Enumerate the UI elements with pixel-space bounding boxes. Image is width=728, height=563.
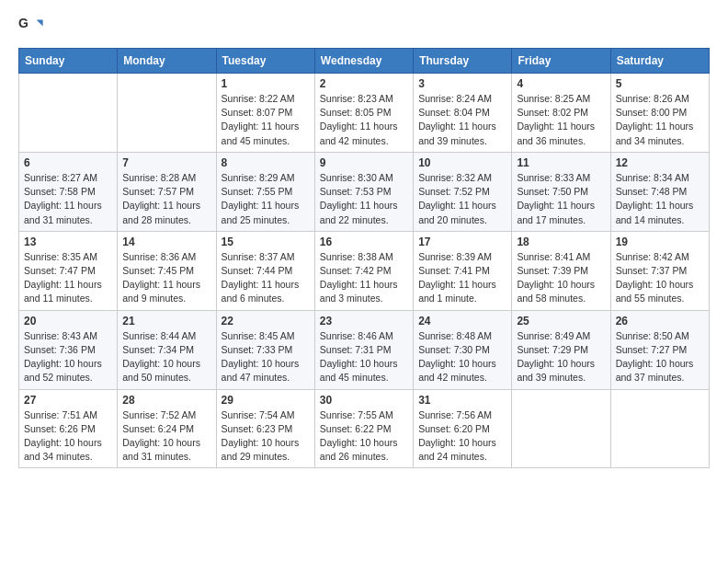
calendar-cell — [610, 389, 709, 468]
day-info: Sunrise: 7:56 AMSunset: 6:20 PMDaylight:… — [418, 408, 506, 465]
calendar-table: SundayMondayTuesdayWednesdayThursdayFrid… — [18, 48, 710, 468]
day-number: 12 — [616, 156, 704, 169]
day-number: 2 — [320, 77, 408, 90]
day-number: 14 — [122, 236, 210, 248]
weekday-header: Sunday — [19, 49, 118, 74]
svg-text:G: G — [18, 16, 28, 30]
calendar-cell: 19Sunrise: 8:42 AMSunset: 7:37 PMDayligh… — [610, 231, 709, 310]
day-info: Sunrise: 8:29 AMSunset: 7:55 PMDaylight:… — [222, 171, 310, 227]
day-number: 15 — [222, 236, 310, 248]
day-number: 13 — [24, 236, 112, 248]
calendar-cell: 15Sunrise: 8:37 AMSunset: 7:44 PMDayligh… — [216, 231, 314, 310]
day-number: 8 — [222, 156, 310, 169]
calendar-cell: 21Sunrise: 8:44 AMSunset: 7:34 PMDayligh… — [118, 310, 216, 389]
calendar-cell: 31Sunrise: 7:56 AMSunset: 6:20 PMDayligh… — [414, 389, 512, 468]
day-info: Sunrise: 8:22 AMSunset: 8:07 PMDaylight:… — [222, 92, 310, 148]
calendar-cell: 7Sunrise: 8:28 AMSunset: 7:57 PMDaylight… — [118, 152, 216, 231]
day-number: 1 — [222, 77, 310, 90]
day-number: 6 — [24, 156, 112, 169]
calendar-cell: 29Sunrise: 7:54 AMSunset: 6:23 PMDayligh… — [216, 389, 314, 468]
calendar-cell: 30Sunrise: 7:55 AMSunset: 6:22 PMDayligh… — [314, 389, 413, 468]
header: G — [18, 15, 710, 40]
calendar-cell: 10Sunrise: 8:32 AMSunset: 7:52 PMDayligh… — [414, 152, 512, 231]
calendar-cell: 11Sunrise: 8:33 AMSunset: 7:50 PMDayligh… — [512, 152, 610, 231]
logo-icon: G — [18, 15, 44, 40]
calendar-cell: 27Sunrise: 7:51 AMSunset: 6:26 PMDayligh… — [19, 389, 118, 468]
day-number: 23 — [320, 315, 408, 327]
calendar-cell: 2Sunrise: 8:23 AMSunset: 8:05 PMDaylight… — [314, 74, 413, 153]
day-info: Sunrise: 7:51 AMSunset: 6:26 PMDaylight:… — [24, 408, 112, 465]
calendar-cell: 6Sunrise: 8:27 AMSunset: 7:58 PMDaylight… — [19, 152, 118, 231]
calendar-cell: 1Sunrise: 8:22 AMSunset: 8:07 PMDaylight… — [216, 74, 314, 153]
calendar-cell — [118, 74, 216, 153]
day-number: 10 — [418, 156, 506, 169]
day-number: 3 — [418, 77, 506, 90]
calendar-week-row: 27Sunrise: 7:51 AMSunset: 6:26 PMDayligh… — [19, 389, 710, 468]
logo: G — [18, 15, 48, 40]
day-info: Sunrise: 7:55 AMSunset: 6:22 PMDaylight:… — [320, 408, 408, 465]
day-info: Sunrise: 8:27 AMSunset: 7:58 PMDaylight:… — [24, 171, 112, 227]
day-number: 30 — [320, 394, 408, 407]
day-info: Sunrise: 8:44 AMSunset: 7:34 PMDaylight:… — [122, 329, 210, 385]
day-number: 16 — [320, 236, 408, 248]
day-info: Sunrise: 8:24 AMSunset: 8:04 PMDaylight:… — [418, 92, 506, 148]
day-number: 28 — [122, 394, 210, 407]
calendar-week-row: 13Sunrise: 8:35 AMSunset: 7:47 PMDayligh… — [19, 231, 710, 310]
day-info: Sunrise: 8:39 AMSunset: 7:41 PMDaylight:… — [418, 250, 506, 306]
day-info: Sunrise: 8:38 AMSunset: 7:42 PMDaylight:… — [320, 250, 408, 306]
calendar-cell: 18Sunrise: 8:41 AMSunset: 7:39 PMDayligh… — [512, 231, 610, 310]
day-number: 5 — [616, 77, 704, 90]
calendar-week-row: 1Sunrise: 8:22 AMSunset: 8:07 PMDaylight… — [19, 74, 710, 153]
calendar-cell: 13Sunrise: 8:35 AMSunset: 7:47 PMDayligh… — [19, 231, 118, 310]
day-number: 4 — [517, 77, 605, 90]
day-info: Sunrise: 8:25 AMSunset: 8:02 PMDaylight:… — [517, 92, 605, 148]
day-number: 24 — [418, 315, 506, 327]
day-number: 9 — [320, 156, 408, 169]
day-number: 22 — [222, 315, 310, 327]
day-number: 25 — [517, 315, 605, 327]
calendar-cell: 16Sunrise: 8:38 AMSunset: 7:42 PMDayligh… — [314, 231, 413, 310]
calendar-cell: 20Sunrise: 8:43 AMSunset: 7:36 PMDayligh… — [19, 310, 118, 389]
calendar-cell: 22Sunrise: 8:45 AMSunset: 7:33 PMDayligh… — [216, 310, 314, 389]
day-info: Sunrise: 8:37 AMSunset: 7:44 PMDaylight:… — [222, 250, 310, 306]
weekday-header: Wednesday — [314, 49, 413, 74]
page-container: G SundayMondayTuesdayWednesdayThursdayFr… — [0, 0, 728, 477]
day-number: 11 — [517, 156, 605, 169]
weekday-header: Thursday — [414, 49, 512, 74]
calendar-cell: 23Sunrise: 8:46 AMSunset: 7:31 PMDayligh… — [314, 310, 413, 389]
calendar-cell: 3Sunrise: 8:24 AMSunset: 8:04 PMDaylight… — [414, 74, 512, 153]
calendar-cell — [512, 389, 610, 468]
day-info: Sunrise: 8:50 AMSunset: 7:27 PMDaylight:… — [616, 329, 704, 385]
calendar-cell: 12Sunrise: 8:34 AMSunset: 7:48 PMDayligh… — [610, 152, 709, 231]
day-info: Sunrise: 8:28 AMSunset: 7:57 PMDaylight:… — [122, 171, 210, 227]
day-info: Sunrise: 8:36 AMSunset: 7:45 PMDaylight:… — [122, 250, 210, 306]
day-info: Sunrise: 8:49 AMSunset: 7:29 PMDaylight:… — [517, 329, 605, 385]
day-number: 17 — [418, 236, 506, 248]
calendar-week-row: 20Sunrise: 8:43 AMSunset: 7:36 PMDayligh… — [19, 310, 710, 389]
day-number: 19 — [616, 236, 704, 248]
calendar-cell: 26Sunrise: 8:50 AMSunset: 7:27 PMDayligh… — [610, 310, 709, 389]
calendar-cell: 5Sunrise: 8:26 AMSunset: 8:00 PMDaylight… — [610, 74, 709, 153]
day-number: 26 — [616, 315, 704, 327]
day-info: Sunrise: 8:43 AMSunset: 7:36 PMDaylight:… — [24, 329, 112, 385]
day-number: 18 — [517, 236, 605, 248]
day-info: Sunrise: 8:48 AMSunset: 7:30 PMDaylight:… — [418, 329, 506, 385]
calendar-cell: 8Sunrise: 8:29 AMSunset: 7:55 PMDaylight… — [216, 152, 314, 231]
day-info: Sunrise: 8:33 AMSunset: 7:50 PMDaylight:… — [517, 171, 605, 227]
day-info: Sunrise: 8:42 AMSunset: 7:37 PMDaylight:… — [616, 250, 704, 306]
calendar-week-row: 6Sunrise: 8:27 AMSunset: 7:58 PMDaylight… — [19, 152, 710, 231]
calendar-cell: 28Sunrise: 7:52 AMSunset: 6:24 PMDayligh… — [118, 389, 216, 468]
day-info: Sunrise: 8:45 AMSunset: 7:33 PMDaylight:… — [222, 329, 310, 385]
day-number: 27 — [24, 394, 112, 407]
calendar-cell: 4Sunrise: 8:25 AMSunset: 8:02 PMDaylight… — [512, 74, 610, 153]
day-number: 29 — [222, 394, 310, 407]
calendar-cell: 17Sunrise: 8:39 AMSunset: 7:41 PMDayligh… — [414, 231, 512, 310]
weekday-header: Friday — [512, 49, 610, 74]
weekday-header: Monday — [118, 49, 216, 74]
day-number: 21 — [122, 315, 210, 327]
weekday-header-row: SundayMondayTuesdayWednesdayThursdayFrid… — [19, 49, 710, 74]
weekday-header: Tuesday — [216, 49, 314, 74]
day-info: Sunrise: 8:23 AMSunset: 8:05 PMDaylight:… — [320, 92, 408, 148]
day-number: 20 — [24, 315, 112, 327]
day-info: Sunrise: 7:54 AMSunset: 6:23 PMDaylight:… — [222, 408, 310, 465]
